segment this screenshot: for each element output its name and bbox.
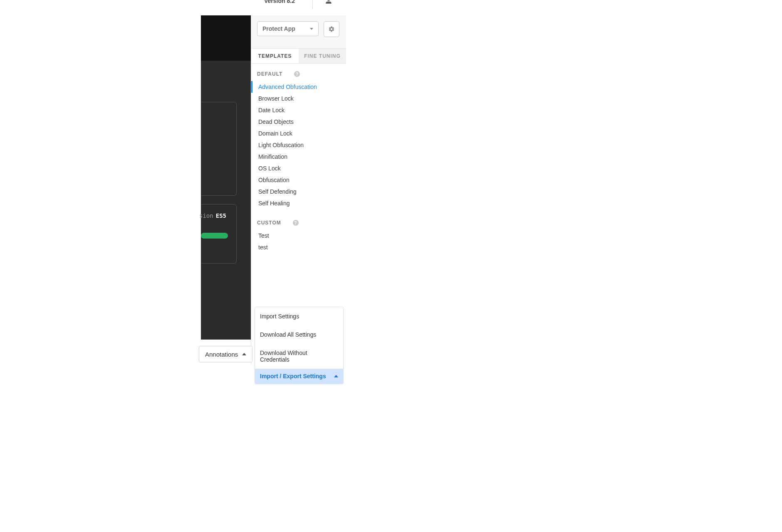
progress-pill [201,233,228,239]
annotations-button[interactable]: Annotations [199,346,252,362]
caret-down-icon [310,28,313,30]
code-fragment: sion [199,212,213,219]
tab-fine-tuning[interactable]: FINE TUNING [299,49,346,63]
template-item[interactable]: Obfuscation [251,174,340,186]
template-item[interactable]: Minification [251,151,340,163]
template-item[interactable]: OS Lock [251,163,340,174]
template-item[interactable]: Dead Objects [251,116,340,128]
code-token-es5: ES5 [216,212,226,219]
import-settings[interactable]: Import Settings [255,307,343,325]
section-default: DEFAULT ? [257,71,340,77]
help-icon[interactable]: ? [293,220,299,226]
section-default-label: DEFAULT [257,71,282,77]
protect-app-dropdown[interactable]: Protect App [257,21,319,36]
caret-up-icon [242,353,246,355]
section-custom: CUSTOM ? [257,220,340,226]
help-icon[interactable]: ? [294,71,300,77]
user-icon[interactable] [325,0,333,5]
template-item[interactable]: Advanced Obfuscation [251,81,340,93]
template-item[interactable]: Date Lock [251,104,340,116]
download-all-settings[interactable]: Download All Settings [255,325,343,344]
chevron-up-icon [334,375,338,377]
template-item[interactable]: Domain Lock [251,128,340,139]
template-item[interactable]: Self Healing [251,197,340,209]
template-item[interactable]: Browser Lock [251,93,340,104]
import-export-toggle-label: Import / Export Settings [260,373,326,379]
import-export-toggle[interactable]: Import / Export Settings [255,369,343,384]
settings-gear-button[interactable] [324,21,339,37]
import-export-popup: Import Settings Download All Settings Do… [255,307,344,384]
section-custom-label: CUSTOM [257,220,281,226]
template-item[interactable]: Light Obfuscation [251,139,340,151]
code-box-upper [201,102,237,196]
version-label: Version 8.2 [264,0,295,4]
header-divider [312,0,313,9]
code-snippet: sionES5 [199,212,226,219]
panel-tabs: TEMPLATES FINE TUNING [251,48,346,64]
template-item[interactable]: Self Defending [251,186,340,197]
template-item[interactable]: test [251,241,340,253]
download-without-credentials[interactable]: Download Without Credentials [255,344,343,369]
tab-templates[interactable]: TEMPLATES [251,49,299,63]
protect-app-label: Protect App [262,25,295,32]
gear-icon [328,26,335,32]
template-item[interactable]: Test [251,230,340,241]
annotations-label: Annotations [205,351,238,358]
